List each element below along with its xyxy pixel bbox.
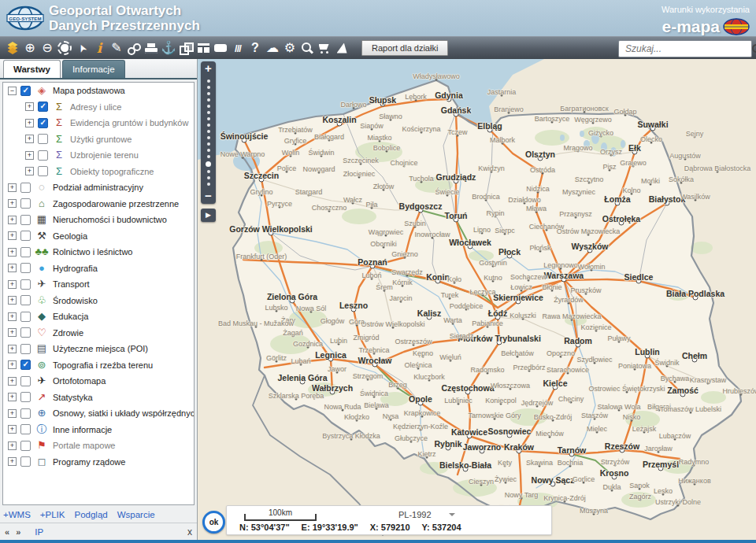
layer-label[interactable]: Geologia (53, 231, 87, 241)
layer-label[interactable]: Zagospodarowanie przestrzenne (53, 199, 179, 209)
layer-label[interactable]: Adresy i ulice (70, 102, 121, 112)
expand-toggle[interactable]: + (8, 216, 17, 224)
expand-toggle[interactable]: + (8, 328, 17, 337)
beacon-sail-icon[interactable] (333, 38, 350, 58)
link-icon[interactable] (125, 38, 143, 58)
layer-checkbox[interactable] (20, 198, 31, 209)
zoom-level-dot[interactable] (207, 92, 210, 95)
close-panel-button[interactable]: x (187, 526, 192, 537)
layer-label[interactable]: Ewidencja gruntów i budynków (70, 118, 188, 127)
zoom-in-button[interactable]: + (201, 63, 216, 75)
cursor-icon[interactable]: ➤ (73, 38, 91, 58)
zoom-level-dot[interactable] (207, 183, 210, 186)
terms-link[interactable]: Warunki wykorzystania (662, 5, 750, 14)
layer-checkbox[interactable] (20, 279, 31, 290)
tab-warstwy[interactable]: Warstwy (3, 60, 61, 78)
print-icon[interactable] (143, 38, 160, 58)
select-area-icon[interactable] (56, 38, 73, 58)
layer-label[interactable]: Uzbrojenie terenu (70, 150, 139, 160)
layer-checkbox[interactable] (20, 344, 31, 354)
report-parcel-button[interactable]: Raport dla działki (361, 40, 448, 56)
layer-label[interactable]: Mapa podstawowa (53, 86, 125, 95)
expand-toggle[interactable]: + (25, 135, 34, 143)
zoom-level-dot[interactable] (207, 117, 210, 120)
panel-toggle-button[interactable]: ▶ (201, 209, 216, 222)
layout-panels-icon[interactable] (195, 38, 212, 58)
zoom-level-current[interactable] (206, 161, 211, 167)
search-input[interactable] (624, 42, 750, 56)
ip-link[interactable]: IP (35, 527, 43, 537)
layer-label[interactable]: Osnowy, siatki i układy współrzędnych (53, 408, 195, 418)
expand-toggle[interactable]: + (25, 167, 34, 175)
zoom-in-icon[interactable]: ⊕ (21, 38, 39, 58)
expand-toggle[interactable]: + (8, 457, 17, 466)
layer-checkbox[interactable] (20, 327, 31, 338)
download-anchor-icon[interactable]: ⚓ (160, 38, 177, 58)
zoom-level-dot[interactable] (207, 111, 210, 114)
expand-toggle[interactable]: + (8, 248, 17, 257)
layer-checkbox[interactable] (38, 166, 48, 176)
layer-label[interactable]: Użyteczne miejsca (POI) (53, 344, 148, 353)
zoom-level-dot[interactable] (207, 149, 210, 152)
expand-toggle[interactable]: + (8, 312, 17, 321)
prev-button[interactable]: « (5, 527, 9, 537)
layer-checkbox[interactable] (20, 312, 31, 322)
layer-checkbox[interactable] (38, 102, 48, 112)
layer-label[interactable]: Zdrowie (53, 328, 83, 338)
expand-toggle[interactable]: + (8, 345, 17, 353)
expand-toggle[interactable]: + (8, 425, 17, 434)
layer-label[interactable]: Statystyka (53, 393, 93, 402)
expand-toggle[interactable]: + (25, 119, 34, 127)
layer-label[interactable]: Transport (53, 279, 90, 289)
layer-label[interactable]: Środowisko (53, 296, 98, 305)
sidebar-link-plik[interactable]: +PLIK (40, 510, 65, 519)
expand-toggle[interactable]: + (8, 377, 17, 386)
zoom-level-dot[interactable] (207, 98, 210, 102)
zoom-out-icon[interactable]: ⊖ (39, 38, 56, 58)
layer-checkbox[interactable] (20, 295, 31, 305)
layer-label[interactable]: Użytki gruntowe (70, 135, 132, 144)
layer-checkbox[interactable] (38, 134, 48, 144)
expand-toggle[interactable]: + (8, 280, 17, 289)
layer-checkbox[interactable] (20, 215, 31, 225)
layer-label[interactable]: Podział administracyjny (53, 183, 143, 192)
layer-checkbox[interactable] (20, 183, 31, 193)
expand-toggle[interactable]: + (25, 151, 34, 160)
expand-toggle[interactable]: − (8, 87, 17, 95)
layer-label[interactable]: Topografia i rzeźba terenu (53, 360, 153, 370)
zoom-level-dot[interactable] (207, 170, 210, 173)
layer-label[interactable]: Edukacja (53, 312, 88, 321)
layer-checkbox[interactable] (20, 231, 31, 241)
zoom-level-dot[interactable] (207, 176, 210, 179)
layer-checkbox[interactable] (20, 247, 31, 257)
info-icon[interactable]: i (91, 38, 108, 58)
zoom-level-dot[interactable] (207, 124, 210, 127)
zoom-out-button[interactable]: − (201, 190, 216, 202)
map-view[interactable]: SzczecinŚwinoujścieKoszalinSłupskGdyniaG… (198, 59, 756, 540)
copy-view-icon[interactable] (177, 38, 195, 58)
settings-gears-icon[interactable]: ⚙ (281, 38, 298, 58)
layer-checkbox[interactable] (20, 392, 31, 402)
help-icon[interactable]: ? (246, 38, 264, 58)
expand-toggle[interactable]: + (25, 102, 34, 111)
expand-toggle[interactable]: + (8, 441, 17, 450)
zoom-level-dot[interactable] (207, 86, 210, 89)
expand-toggle[interactable]: + (8, 264, 17, 272)
search-parcel-icon[interactable] (298, 38, 316, 58)
layer-label[interactable]: Portale mapowe (53, 441, 116, 450)
zoom-slider[interactable] (201, 75, 216, 190)
feedback-bubble-icon[interactable] (212, 38, 229, 58)
layer-label[interactable]: Nieruchomości i budownictwo (53, 215, 167, 224)
layer-checkbox[interactable] (38, 118, 48, 128)
sidebar-link-wsparcie[interactable]: Wsparcie (117, 510, 155, 519)
layer-checkbox[interactable] (38, 150, 48, 161)
layer-checkbox[interactable] (20, 86, 31, 96)
layer-checkbox[interactable] (20, 424, 31, 434)
sidebar-link-podgląd[interactable]: Podgląd (74, 510, 107, 519)
layers-icon[interactable] (4, 38, 21, 58)
tab-informacje[interactable]: Informacje (62, 60, 125, 78)
expand-toggle[interactable]: + (8, 296, 17, 305)
expand-toggle[interactable]: + (8, 393, 17, 401)
measure-icon[interactable]: ✎ (108, 38, 125, 58)
zoom-level-dot[interactable] (207, 79, 210, 83)
